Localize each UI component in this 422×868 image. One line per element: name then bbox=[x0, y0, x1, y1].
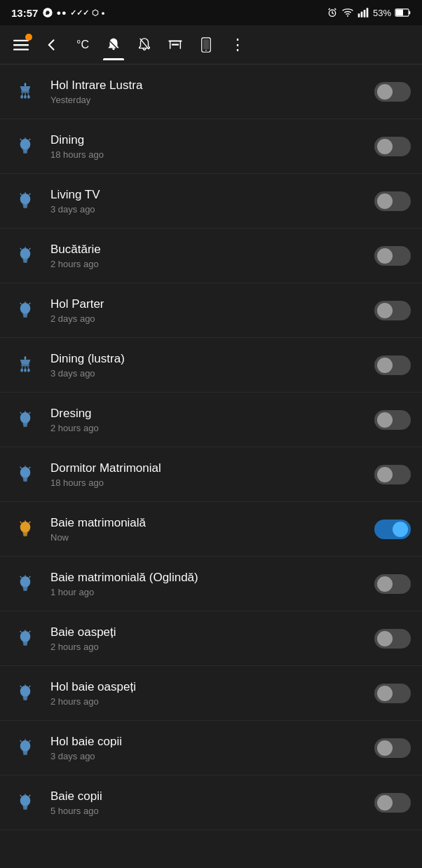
toggle-baie-copii[interactable] bbox=[374, 793, 411, 813]
svg-line-66 bbox=[20, 412, 22, 414]
item-icon-baie-matrimoniala-oglinda bbox=[11, 570, 39, 598]
item-time-dormitor-matrimonial: 18 hours ago bbox=[50, 477, 374, 488]
back-button[interactable] bbox=[36, 29, 67, 60]
list-item-hol-baie-copii[interactable]: Hol baie copii 3 days ago bbox=[0, 721, 422, 775]
item-icon-hol-parter bbox=[11, 297, 39, 325]
item-time-baie-matrimoniala-oglinda: 1 hour ago bbox=[50, 587, 374, 597]
item-icon-hol-intrare-lustra bbox=[11, 78, 39, 106]
item-text-hol-baie-copii: Hol baie copii 3 days ago bbox=[50, 734, 374, 761]
svg-rect-8 bbox=[396, 10, 403, 16]
item-text-dining-lustra: Dining (lustra) 3 days ago bbox=[50, 351, 374, 379]
toggle-dresing[interactable] bbox=[374, 410, 411, 430]
list-item-baie-copii[interactable]: Baie copii 5 hours ago bbox=[0, 775, 422, 830]
toggle-baie-matrimoniala[interactable] bbox=[374, 520, 411, 539]
status-left-icons: ●● ✓✓✓ ⬡ • bbox=[42, 7, 104, 18]
item-text-dresing: Dresing 2 hours ago bbox=[50, 406, 374, 433]
item-time-hol-baie-oaspeti: 2 hours ago bbox=[50, 696, 374, 707]
list-item-dormitor-matrimonial[interactable]: Dormitor Matrimonial 18 hours ago bbox=[0, 447, 422, 502]
item-text-bucatarie: Bucătărie 2 hours ago bbox=[50, 242, 374, 269]
list-item-dining-lustra[interactable]: Dining (lustra) 3 days ago bbox=[0, 338, 422, 393]
battery-icon bbox=[395, 8, 411, 18]
svg-rect-16 bbox=[170, 41, 170, 49]
toggle-living-tv[interactable] bbox=[374, 191, 411, 211]
toggle-hol-baie-copii[interactable] bbox=[374, 738, 411, 758]
svg-line-97 bbox=[29, 686, 30, 687]
toggle-hol-baie-oaspeti[interactable] bbox=[374, 684, 411, 703]
svg-point-42 bbox=[20, 248, 31, 259]
item-text-baie-matrimoniala: Baie matrimonială Now bbox=[50, 515, 374, 543]
notifications-active-button[interactable] bbox=[98, 29, 129, 60]
back-icon bbox=[45, 38, 59, 52]
svg-point-61 bbox=[27, 368, 30, 372]
toggle-dining[interactable] bbox=[374, 137, 411, 156]
menu-button[interactable] bbox=[6, 29, 36, 60]
svg-point-28 bbox=[24, 95, 27, 98]
item-name-baie-copii: Baie copii bbox=[50, 789, 374, 804]
item-name-hol-baie-copii: Hol baie copii bbox=[50, 734, 374, 750]
toggle-dormitor-matrimonial[interactable] bbox=[374, 465, 411, 484]
item-time-hol-baie-copii: 3 days ago bbox=[50, 751, 374, 761]
item-name-hol-baie-oaspeti: Hol baie oaspeți bbox=[50, 679, 374, 695]
svg-point-74 bbox=[20, 522, 31, 533]
filter-button[interactable] bbox=[160, 29, 191, 60]
svg-point-36 bbox=[20, 194, 31, 205]
svg-point-68 bbox=[20, 467, 31, 478]
svg-rect-12 bbox=[13, 48, 29, 50]
list-item-hol-intrare-lustra[interactable]: Hol Intrare Lustra Yesterday bbox=[0, 65, 422, 119]
status-bar: 13:57 ●● ✓✓✓ ⬡ • 53% bbox=[0, 0, 422, 25]
item-time-baie-matrimoniala: Now bbox=[50, 532, 374, 543]
phone-button[interactable] bbox=[191, 29, 222, 60]
toggle-hol-parter[interactable] bbox=[374, 301, 411, 320]
list-item-bucatarie[interactable]: Bucătărie 2 hours ago bbox=[0, 229, 422, 283]
item-icon-baie-oaspeti bbox=[11, 625, 39, 653]
item-time-bucatarie: 2 hours ago bbox=[50, 259, 374, 269]
toggle-hol-intrare-lustra[interactable] bbox=[374, 82, 411, 102]
svg-point-2 bbox=[347, 15, 348, 17]
svg-line-84 bbox=[20, 576, 22, 578]
more-icon: ⋮ bbox=[230, 37, 245, 53]
toggle-bucatarie[interactable] bbox=[374, 246, 411, 266]
toggle-baie-matrimoniala-oglinda[interactable] bbox=[374, 574, 411, 594]
list-item-dining[interactable]: Dining 18 hours ago bbox=[0, 119, 422, 174]
nav-bar: °C ⋮ bbox=[0, 25, 422, 65]
more-button[interactable]: ⋮ bbox=[222, 29, 252, 60]
wifi-icon bbox=[342, 7, 353, 18]
svg-point-86 bbox=[20, 631, 31, 642]
item-icon-baie-matrimoniala bbox=[11, 515, 39, 543]
celsius-label: °C bbox=[76, 39, 89, 51]
svg-rect-9 bbox=[409, 11, 410, 14]
status-right-icons: 53% bbox=[327, 7, 411, 18]
list-item-hol-baie-oaspeti[interactable]: Hol baie oaspeți 2 hours ago bbox=[0, 666, 422, 721]
item-name-dormitor-matrimonial: Dormitor Matrimonial bbox=[50, 461, 374, 476]
svg-point-60 bbox=[24, 368, 27, 372]
svg-point-104 bbox=[20, 795, 31, 806]
svg-rect-22 bbox=[25, 83, 26, 86]
list-item-baie-matrimoniala-oglinda[interactable]: Baie matrimonială (Oglindă) 1 hour ago bbox=[0, 557, 422, 611]
status-time-area: 13:57 ●● ✓✓✓ ⬡ • bbox=[11, 7, 104, 19]
svg-line-53 bbox=[29, 303, 30, 304]
item-time-baie-oaspeti: 2 hours ago bbox=[50, 642, 374, 652]
notifications-muted-button[interactable] bbox=[129, 29, 160, 60]
item-text-living-tv: Living TV 3 days ago bbox=[50, 187, 374, 215]
item-text-baie-oaspeti: Baie oaspeți 2 hours ago bbox=[50, 625, 374, 652]
svg-rect-100 bbox=[24, 754, 27, 754]
toggle-baie-oaspeti[interactable] bbox=[374, 629, 411, 649]
list-item-dresing[interactable]: Dresing 2 hours ago bbox=[0, 393, 422, 447]
svg-rect-64 bbox=[24, 426, 27, 426]
svg-point-59 bbox=[20, 368, 23, 372]
svg-line-47 bbox=[29, 248, 30, 250]
checkmark-icons: ✓✓✓ bbox=[70, 8, 89, 18]
item-icon-living-tv bbox=[11, 187, 39, 215]
svg-line-41 bbox=[29, 194, 30, 195]
celsius-button[interactable]: °C bbox=[67, 29, 98, 60]
list-item-living-tv[interactable]: Living TV 3 days ago bbox=[0, 174, 422, 229]
svg-point-62 bbox=[20, 412, 31, 423]
list-item-hol-parter[interactable]: Hol Parter 2 days ago bbox=[0, 283, 422, 338]
list-item-baie-matrimoniala[interactable]: Baie matrimonială Now bbox=[0, 502, 422, 557]
svg-rect-5 bbox=[364, 10, 366, 18]
toggle-dining-lustra[interactable] bbox=[374, 355, 411, 375]
list-item-baie-oaspeti[interactable]: Baie oaspeți 2 hours ago bbox=[0, 611, 422, 666]
item-name-living-tv: Living TV bbox=[50, 187, 374, 203]
svg-line-34 bbox=[20, 139, 22, 140]
svg-line-40 bbox=[20, 194, 22, 195]
